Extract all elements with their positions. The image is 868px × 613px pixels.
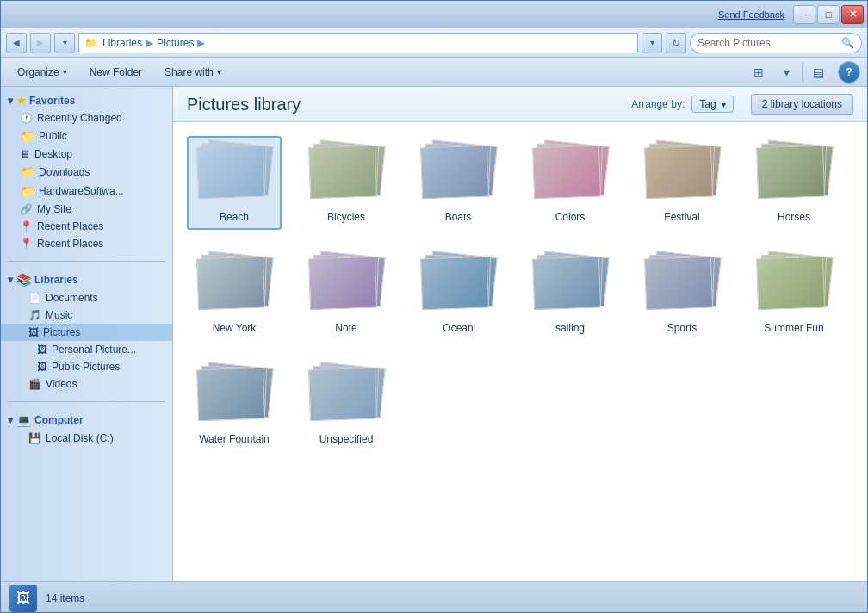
recent-places-2-label: Recent Places: [37, 238, 103, 250]
folder-photo-layer: [308, 257, 377, 311]
sidebar-item-documents[interactable]: 📄 Documents: [1, 289, 172, 306]
folder-photo-layer: [308, 146, 377, 200]
folder-name: Colors: [555, 211, 586, 223]
libraries-label: Libraries: [34, 274, 78, 286]
arrange-chevron: ▾: [722, 100, 726, 109]
folder-name: Horses: [778, 211, 810, 223]
folder-stack: [195, 254, 273, 319]
computer-icon: 💻: [16, 413, 31, 427]
close-button[interactable]: ✕: [841, 5, 864, 24]
sidebar-item-personal-pictures[interactable]: 🖼 Personal Picture...: [1, 341, 172, 358]
path-libraries[interactable]: Libraries: [102, 37, 142, 49]
libraries-header[interactable]: ▾ 📚 Libraries: [1, 270, 172, 289]
folder-name: Unspecified: [319, 433, 374, 445]
folder-photo-layer: [196, 257, 265, 311]
maximize-button[interactable]: □: [817, 5, 840, 24]
arrange-dropdown[interactable]: Tag ▾: [691, 96, 733, 113]
status-bar: 🖼 14 items: [1, 581, 867, 613]
folder-name: Ocean: [443, 322, 473, 334]
sidebar-item-desktop[interactable]: 🖥 Desktop: [1, 146, 172, 163]
new-folder-button[interactable]: New Folder: [80, 61, 152, 84]
folder-name: sailing: [555, 322, 585, 334]
organize-button[interactable]: Organize ▾: [8, 61, 77, 84]
sidebar-item-recent-places-2[interactable]: 📍 Recent Places: [1, 235, 172, 252]
help-button[interactable]: ?: [838, 61, 860, 84]
library-locations-button[interactable]: 2 library locations: [751, 94, 853, 115]
favorites-star-icon: ★: [16, 95, 26, 107]
sidebar-divider-1: [8, 261, 165, 262]
sidebar-item-recent-places-1[interactable]: 📍 Recent Places: [1, 218, 172, 235]
computer-header[interactable]: ▾ 💻 Computer: [1, 411, 172, 430]
folder-item[interactable]: Water Fountain: [187, 358, 282, 452]
local-disk-label: Local Disk (C:): [46, 432, 114, 444]
path-dropdown-button[interactable]: ▾: [642, 33, 662, 53]
folder-item[interactable]: Sports: [635, 247, 729, 341]
downloads-icon: 📁: [20, 165, 34, 179]
folder-item[interactable]: sailing: [523, 247, 617, 341]
refresh-button[interactable]: ↻: [666, 33, 686, 53]
folder-photo-layer: [420, 146, 489, 200]
folder-photo-layer: [756, 257, 825, 311]
folder-item[interactable]: Summer Fun: [747, 247, 841, 341]
status-item-count: 14 items: [46, 592, 84, 604]
public-icon: 📁: [20, 129, 34, 143]
view-details-button[interactable]: ▾: [774, 61, 798, 84]
pictures-label: Pictures: [43, 326, 80, 338]
libraries-section: ▾ 📚 Libraries 📄 Documents 🎵 Music 🖼 Pict…: [1, 265, 172, 398]
favorites-section: ▾ ★ Favorites 🕐 Recently Changed 📁 Publi…: [1, 87, 172, 257]
back-button[interactable]: ◀: [6, 33, 27, 53]
content-area: Pictures library Arrange by: Tag ▾ 2 lib…: [173, 87, 867, 581]
public-pictures-icon: 🖼: [37, 361, 47, 373]
folder-item[interactable]: Colors: [523, 136, 617, 230]
folder-item[interactable]: Bicycles: [299, 136, 394, 230]
share-with-chevron: ▾: [217, 67, 221, 77]
folder-item[interactable]: Beach: [187, 136, 282, 230]
favorites-header[interactable]: ▾ ★ Favorites: [1, 92, 172, 109]
videos-label: Videos: [46, 378, 77, 390]
sidebar-item-public[interactable]: 📁 Public: [1, 127, 172, 146]
minimize-button[interactable]: ─: [793, 5, 815, 24]
address-bar: ◀ ▶ ▾ 📁 Libraries ▶ Pictures ▶ ▾ ↻ 🔍: [1, 28, 867, 58]
folder-item[interactable]: Note: [299, 247, 394, 341]
sidebar-item-pictures[interactable]: 🖼 Pictures: [1, 324, 172, 341]
preview-pane-button[interactable]: ▤: [806, 61, 830, 84]
toolbar-separator2: [834, 64, 834, 81]
hardwaresoftware-label: HardwareSoftwa...: [39, 185, 124, 197]
folder-item[interactable]: Ocean: [411, 247, 505, 341]
folder-item[interactable]: Boats: [411, 136, 505, 230]
search-box[interactable]: 🔍: [690, 33, 862, 53]
folder-item[interactable]: Festival: [635, 136, 729, 230]
sidebar-item-recently-changed[interactable]: 🕐 Recently Changed: [1, 109, 172, 127]
view-mode-button[interactable]: ⊞: [747, 61, 771, 84]
sidebar-item-hardwaresoftware[interactable]: 📁 HardwareSoftwa...: [1, 182, 172, 201]
share-with-button[interactable]: Share with ▾: [155, 61, 231, 84]
documents-label: Documents: [46, 292, 98, 304]
address-path[interactable]: 📁 Libraries ▶ Pictures ▶: [78, 33, 638, 53]
send-feedback-link[interactable]: Send Feedback: [718, 9, 784, 20]
path-pictures[interactable]: Pictures: [157, 37, 194, 49]
personal-pictures-label: Personal Picture...: [52, 344, 136, 356]
organize-label: Organize: [17, 66, 59, 78]
sidebar-item-videos[interactable]: 🎬 Videos: [1, 375, 172, 393]
folder-name: Water Fountain: [199, 433, 270, 445]
new-folder-label: New Folder: [90, 66, 142, 78]
sidebar-item-my-site[interactable]: 🔗 My Site: [1, 201, 172, 218]
music-label: Music: [46, 309, 72, 321]
sidebar-item-public-pictures[interactable]: 🖼 Public Pictures: [1, 358, 172, 375]
title-bar: Send Feedback ─ □ ✕: [1, 1, 867, 28]
sidebar-item-music[interactable]: 🎵 Music: [1, 306, 172, 324]
folder-item[interactable]: Unspecified: [299, 358, 394, 452]
folder-item[interactable]: New York: [187, 247, 282, 341]
folder-stack: [307, 365, 385, 430]
search-input[interactable]: [698, 37, 838, 49]
share-with-label: Share with: [164, 66, 214, 78]
folder-item[interactable]: Horses: [747, 136, 841, 230]
computer-chevron: ▾: [8, 414, 13, 426]
documents-icon: 📄: [28, 292, 41, 304]
main-layout: ▾ ★ Favorites 🕐 Recently Changed 📁 Publi…: [1, 87, 867, 581]
computer-section: ▾ 💻 Computer 💾 Local Disk (C:): [1, 406, 172, 452]
sidebar-item-local-disk[interactable]: 💾 Local Disk (C:): [1, 430, 172, 447]
forward-button[interactable]: ▶: [30, 33, 51, 53]
address-dropdown-button[interactable]: ▾: [54, 33, 75, 53]
sidebar-item-downloads[interactable]: 📁 Downloads: [1, 163, 172, 182]
